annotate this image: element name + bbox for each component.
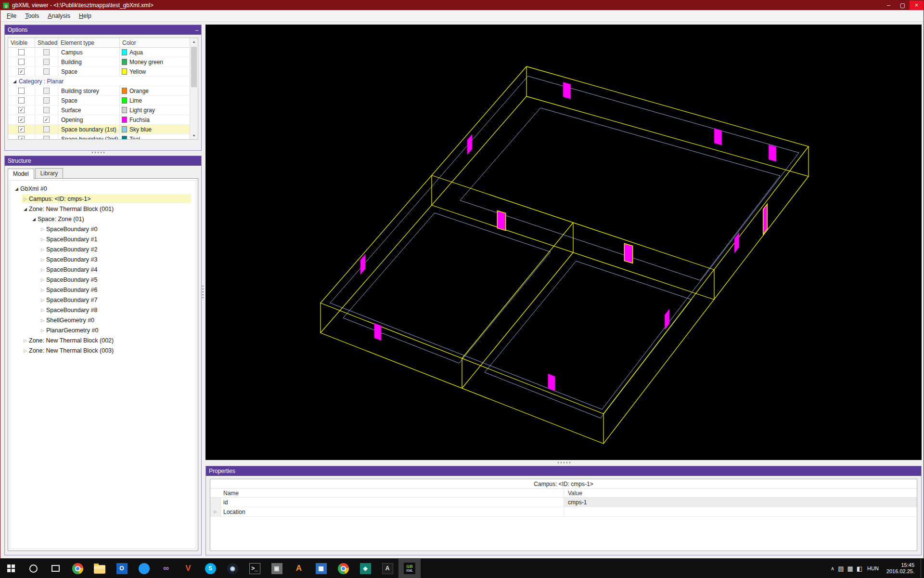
tree-item[interactable]: ▷SpaceBoundary #1 xyxy=(10,234,196,244)
menu-analysis[interactable]: Analysis xyxy=(43,11,75,21)
options-row[interactable]: ✓✓OpeningFuchsia xyxy=(8,115,190,125)
visible-checkbox[interactable]: ✓ xyxy=(18,136,25,139)
maximize-button[interactable]: ▢ xyxy=(896,0,910,10)
options-row[interactable]: SpaceLime xyxy=(8,96,190,105)
title-bar[interactable]: g gbXML viewer - <I:\Publik\tesztmappa\t… xyxy=(0,0,924,10)
taskbar-app-outlook[interactable]: O xyxy=(111,559,133,578)
tab-library[interactable]: Library xyxy=(35,168,64,179)
collapse-button[interactable]: – xyxy=(195,25,198,35)
shaded-checkbox[interactable] xyxy=(43,136,50,139)
expander-icon[interactable]: ▷ xyxy=(22,348,29,353)
taskbar-app-colorful-app[interactable] xyxy=(332,559,354,578)
tree-item[interactable]: ◢Space: Zone (01) xyxy=(10,214,196,224)
tree-item[interactable]: ▷SpaceBoundary #7 xyxy=(10,295,196,305)
expander-icon[interactable]: ▷ xyxy=(39,247,46,252)
expander-icon[interactable]: ◢ xyxy=(13,79,16,84)
options-group-row[interactable]: ◢Category : Planar xyxy=(8,77,190,86)
shaded-checkbox[interactable] xyxy=(43,49,50,55)
expander-icon[interactable]: ▷ xyxy=(22,338,29,343)
visible-checkbox[interactable] xyxy=(18,88,25,94)
taskbar-app-command-prompt[interactable]: >_ xyxy=(244,559,266,578)
shaded-checkbox[interactable] xyxy=(43,107,50,113)
taskbar-app-steam[interactable]: ◉ xyxy=(221,559,244,578)
scroll-down-icon[interactable]: ▼ xyxy=(190,132,198,139)
options-row[interactable]: Building storeyOrange xyxy=(8,86,190,96)
property-row[interactable]: idcmps-1 xyxy=(210,498,917,507)
taskbar-app-visual-studio[interactable]: ∞ xyxy=(155,559,177,578)
expander-icon[interactable]: ◢ xyxy=(22,207,29,211)
menu-file[interactable]: File xyxy=(2,11,21,21)
splitter-viewport-properties[interactable] xyxy=(558,462,572,463)
expander-icon[interactable]: ▷ xyxy=(39,328,46,333)
tree-item[interactable]: ▷SpaceBoundary #4 xyxy=(10,264,196,275)
splitter-options-structure[interactable] xyxy=(92,152,106,153)
options-row[interactable]: ✓Space boundary (1st)Sky blue xyxy=(8,125,190,134)
expander-icon[interactable]: ▷ xyxy=(39,267,46,272)
tree-item[interactable]: ▷Campus: <ID: cmps-1> xyxy=(10,194,196,204)
taskbar-app-save-tool-app[interactable]: ▦ xyxy=(310,559,332,578)
expander-icon[interactable]: ▷ xyxy=(39,288,46,292)
visible-checkbox[interactable]: ✓ xyxy=(18,68,25,75)
options-row[interactable]: CampusAqua xyxy=(8,48,190,57)
language-indicator[interactable]: HUN xyxy=(866,565,880,571)
visible-checkbox[interactable] xyxy=(18,49,25,55)
options-row[interactable]: BuildingMoney green xyxy=(8,57,190,67)
start-button[interactable] xyxy=(0,559,22,578)
expander-icon[interactable]: ▷ xyxy=(39,308,46,313)
expander-icon[interactable]: ▷ xyxy=(39,257,46,262)
tree-item[interactable]: ▷SpaceBoundary #8 xyxy=(10,305,196,315)
taskbar-app-blue-globe-app[interactable] xyxy=(133,559,155,578)
tree-item[interactable]: ▷SpaceBoundary #5 xyxy=(10,275,196,285)
show-desktop-button[interactable] xyxy=(921,559,923,578)
tree-item[interactable]: ▷Zone: New Thermal Block (003) xyxy=(10,345,196,355)
splitter-left-viewport[interactable] xyxy=(202,286,204,298)
options-scrollbar[interactable]: ▲ ▼ xyxy=(190,38,198,139)
tab-model[interactable]: Model xyxy=(8,169,34,179)
tree-item[interactable]: ▷SpaceBoundary #2 xyxy=(10,244,196,254)
expander-icon[interactable]: ▷ xyxy=(39,237,46,242)
tree-item[interactable]: ▷SpaceBoundary #0 xyxy=(10,224,196,234)
network-icon[interactable]: ▦ xyxy=(847,565,853,572)
taskbar-app-skype[interactable]: S xyxy=(199,559,221,578)
tray-expand-icon[interactable]: ∧ xyxy=(831,565,834,572)
visible-checkbox[interactable] xyxy=(18,59,25,65)
close-button[interactable]: × xyxy=(910,0,924,10)
options-row[interactable]: ✓Space boundary (2nd)Teal xyxy=(8,134,190,139)
options-row[interactable]: ✓SurfaceLight gray xyxy=(8,105,190,115)
menu-help[interactable]: Help xyxy=(75,11,96,21)
shaded-checkbox[interactable]: ✓ xyxy=(43,117,50,123)
visible-checkbox[interactable] xyxy=(18,97,25,104)
tree-item[interactable]: ▷SpaceBoundary #6 xyxy=(10,285,196,295)
taskbar-app-teal-app[interactable]: ◈ xyxy=(354,559,376,578)
expander-icon[interactable]: ▷ xyxy=(39,227,46,232)
visible-checkbox[interactable]: ✓ xyxy=(18,126,25,132)
taskbar-app-file-explorer[interactable] xyxy=(89,559,111,578)
tree-item[interactable]: ▷Zone: New Thermal Block (002) xyxy=(10,335,196,345)
property-row[interactable]: ▷Location xyxy=(210,507,917,517)
shaded-checkbox[interactable] xyxy=(43,59,50,65)
visible-checkbox[interactable]: ✓ xyxy=(18,107,25,113)
clock[interactable]: 15:45 2016.02.25. xyxy=(886,562,914,575)
scroll-up-icon[interactable]: ▲ xyxy=(190,38,198,45)
shaded-checkbox[interactable] xyxy=(43,88,50,94)
tree-item[interactable]: ◢Zone: New Thermal Block (001) xyxy=(10,204,196,214)
shaded-checkbox[interactable] xyxy=(43,126,50,132)
search-button[interactable] xyxy=(22,559,44,578)
menu-tools[interactable]: Tools xyxy=(21,11,43,21)
minimize-button[interactable]: – xyxy=(882,0,896,10)
taskbar-app-gbxml-viewer[interactable]: GBXML xyxy=(398,559,421,578)
expander-icon[interactable]: ▷ xyxy=(39,318,46,323)
taskbar-app-dark-a-app[interactable]: A xyxy=(376,559,398,578)
taskbar-app-gray-tool-app[interactable]: ▣ xyxy=(266,559,288,578)
tree-item[interactable]: ▷PlanarGeometry #0 xyxy=(10,325,196,335)
options-row[interactable]: ✓SpaceYellow xyxy=(8,67,190,77)
volume-icon[interactable]: ◧ xyxy=(857,565,862,572)
visible-checkbox[interactable]: ✓ xyxy=(18,117,25,123)
taskbar-app-v-app[interactable]: V xyxy=(177,559,199,578)
tree-item[interactable]: ◢GbXml #0 xyxy=(10,184,196,194)
expander-icon[interactable]: ▷ xyxy=(39,298,46,302)
expander-icon[interactable]: ▷ xyxy=(210,507,221,516)
taskbar-app-orange-a-app[interactable]: A xyxy=(288,559,310,578)
taskbar-app-chrome[interactable] xyxy=(66,559,89,578)
expander-icon[interactable]: ▷ xyxy=(22,197,29,201)
